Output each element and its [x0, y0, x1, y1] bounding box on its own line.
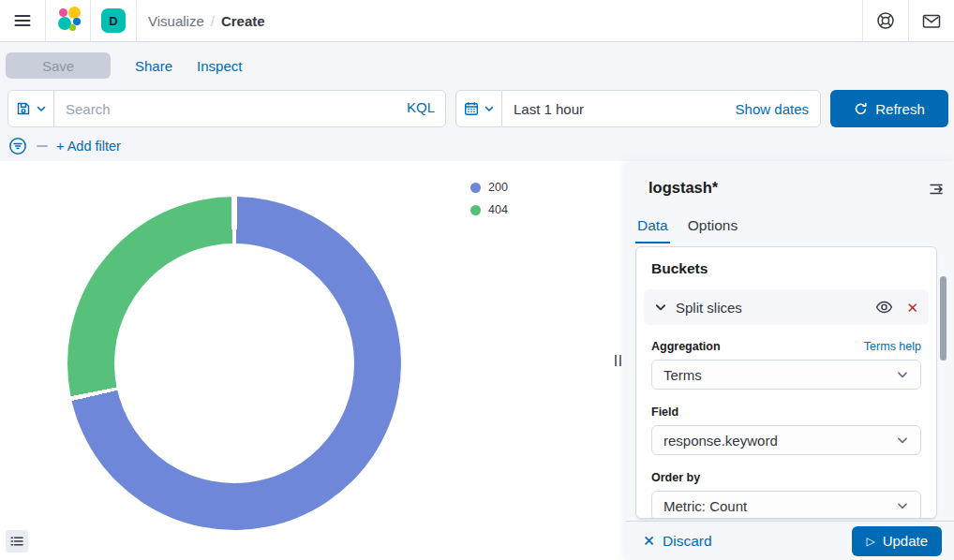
split-slices-row[interactable]: Split slices ✕ [644, 289, 929, 325]
legend-label-200: 200 [488, 181, 508, 194]
aggregation-label: Aggregation [651, 339, 721, 354]
toggle-visibility-button[interactable] [875, 301, 893, 314]
envelope-icon [921, 12, 942, 30]
chart-legend: 200 404 [470, 181, 508, 216]
order-by-select[interactable]: Metric: Count [651, 491, 921, 519]
save-query-icon [16, 101, 31, 116]
split-slices-label[interactable]: Split slices [676, 300, 862, 316]
date-picker-group: Last 1 hour Show dates [455, 90, 821, 127]
chevron-down-icon[interactable] [654, 301, 667, 314]
query-bar: KQL Last 1 hour Show dates [7, 90, 948, 127]
search-box: KQL [53, 90, 446, 127]
collapse-sidebar-button[interactable] [926, 179, 947, 199]
share-button[interactable]: Share [135, 58, 172, 74]
visualization-editor-sidebar: logstash* Data Options Buckets Split sli… [626, 161, 954, 560]
top-navigation-bar: D Visualize / Create [0, 0, 954, 42]
play-icon: ▷ [866, 536, 874, 547]
header-divider [136, 0, 137, 41]
field-label: Field [651, 405, 678, 420]
breadcrumb-visualize[interactable]: Visualize [148, 13, 204, 29]
donut-chart[interactable] [67, 197, 401, 530]
saved-query-menu-button[interactable] [7, 90, 54, 127]
aggregation-label-row: Aggregation Terms help [651, 339, 921, 354]
legend-item-200[interactable]: 200 [470, 181, 508, 194]
chevron-down-icon [896, 368, 909, 381]
field-value: response.keyword [663, 433, 778, 449]
search-input[interactable] [53, 90, 446, 127]
field-label-row: Field [651, 405, 921, 420]
show-dates-button[interactable]: Show dates [736, 101, 809, 117]
legend-toggle-button[interactable] [6, 530, 28, 553]
close-icon: ✕ [906, 301, 918, 315]
date-quick-menu-button[interactable] [455, 90, 502, 127]
menu-right-icon [928, 181, 945, 198]
donut-hole [114, 243, 354, 483]
logo-dot-green [69, 24, 76, 31]
time-range-value: Last 1 hour [514, 101, 584, 117]
panel-resizer-handle[interactable] [609, 161, 626, 560]
filter-dash [37, 145, 48, 147]
chevron-down-icon [36, 103, 47, 114]
chevron-down-icon [896, 434, 909, 447]
filter-bar: + Add filter [7, 135, 121, 157]
logo-dot-pink [59, 8, 67, 17]
aggregation-value: Terms [663, 367, 702, 383]
filter-icon[interactable] [7, 136, 28, 156]
order-by-label: Order by [651, 470, 700, 485]
newsfeed-button[interactable] [909, 0, 954, 41]
app-toolbar-area: Save Share Inspect KQL [0, 42, 954, 161]
breadcrumb-separator: / [211, 13, 215, 29]
tab-data[interactable]: Data [635, 214, 670, 243]
refresh-icon [854, 102, 868, 116]
aggregation-select[interactable]: Terms [651, 360, 921, 390]
inspect-button[interactable]: Inspect [197, 58, 242, 74]
sidebar-scrollbar[interactable] [940, 276, 947, 361]
discard-button[interactable]: ✕ Discard [643, 533, 712, 550]
list-icon [9, 534, 24, 549]
index-pattern-title: logstash* [648, 179, 718, 197]
query-language-button[interactable]: KQL [407, 99, 435, 115]
hamburger-icon [12, 10, 33, 31]
eye-icon [875, 301, 893, 314]
header-divider [90, 0, 91, 41]
buckets-card: Buckets Split slices ✕ Aggregation Terms… [635, 246, 937, 519]
space-avatar[interactable]: D [101, 8, 126, 33]
terms-help-link[interactable]: Terms help [864, 340, 921, 353]
order-by-label-row: Order by [651, 470, 921, 485]
field-select[interactable]: response.keyword [651, 425, 921, 455]
add-filter-button[interactable]: + Add filter [56, 139, 121, 154]
calendar-icon [464, 101, 479, 116]
tab-options[interactable]: Options [686, 214, 739, 243]
menu-button[interactable] [0, 0, 45, 41]
kibana-visualize-page: D Visualize / Create Save Share Inspect [0, 0, 954, 560]
legend-dot-404 [470, 205, 481, 215]
sidebar-tabs: Data Options [635, 214, 739, 243]
buckets-section-title: Buckets [651, 260, 921, 277]
breadcrumb: Visualize / Create [148, 13, 265, 29]
legend-item-404[interactable]: 404 [470, 203, 508, 216]
chevron-down-icon [896, 499, 909, 512]
save-button[interactable]: Save [6, 52, 111, 79]
sidebar-footer: ✕ Discard ▷ Update [626, 521, 954, 560]
help-button[interactable] [863, 0, 908, 41]
discard-label: Discard [663, 533, 712, 550]
refresh-label: Refresh [875, 101, 925, 117]
legend-label-404: 404 [488, 203, 508, 216]
visualization-panel: 200 404 [0, 161, 626, 560]
time-range-field[interactable]: Last 1 hour Show dates [501, 90, 821, 127]
lifebuoy-help-icon [875, 10, 896, 31]
refresh-button[interactable]: Refresh [830, 90, 948, 127]
visualize-actions-row: Save Share Inspect [6, 52, 242, 79]
legend-dot-200 [470, 183, 481, 193]
breadcrumb-create: Create [221, 13, 265, 29]
order-by-value: Metric: Count [663, 498, 747, 514]
logo-dot-yellow [68, 7, 81, 19]
elastic-logo[interactable] [46, 0, 90, 41]
chevron-down-icon [484, 103, 495, 114]
update-button[interactable]: ▷ Update [852, 526, 942, 556]
remove-bucket-button[interactable]: ✕ [906, 301, 918, 315]
cross-icon: ✕ [643, 533, 655, 550]
update-label: Update [883, 533, 928, 549]
